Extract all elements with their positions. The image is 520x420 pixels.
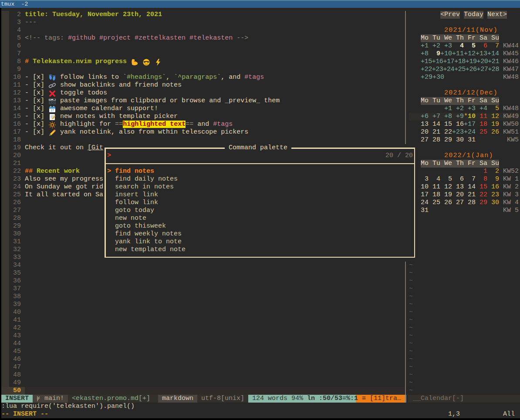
svg-text:17: 17 [51,109,54,112]
